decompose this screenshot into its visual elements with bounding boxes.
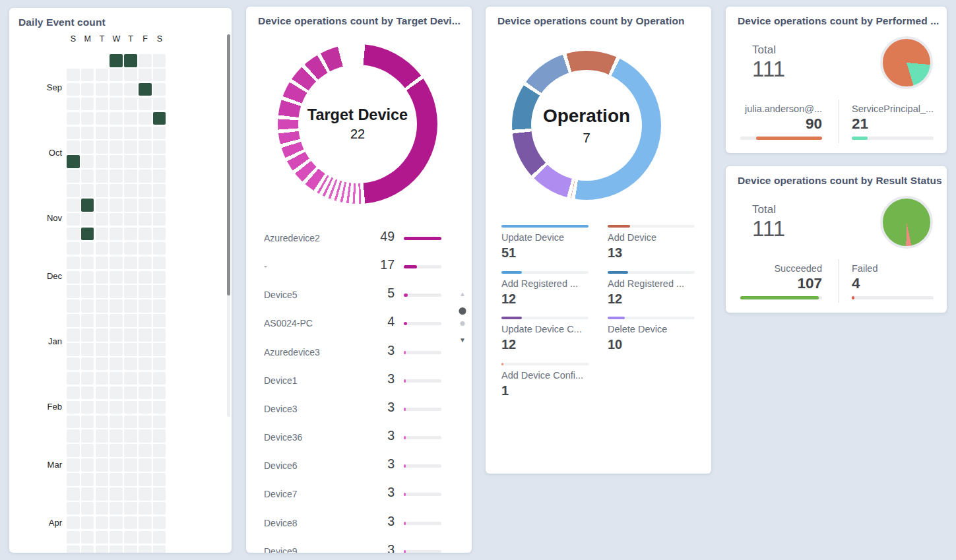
heatmap-cell[interactable] (67, 458, 80, 472)
legend-item[interactable]: Add Registered ...12 (608, 271, 695, 307)
heatmap-cell[interactable] (81, 98, 94, 111)
heatmap-cell[interactable] (81, 473, 94, 486)
heatmap-cell[interactable] (153, 271, 166, 284)
heatmap-cell[interactable] (67, 170, 80, 183)
heatmap-cell[interactable] (67, 184, 80, 197)
heatmap-cell[interactable] (81, 155, 94, 168)
heatmap-cell-filled[interactable] (81, 199, 94, 212)
heatmap-cell[interactable] (81, 487, 94, 501)
heatmap-cell-filled[interactable] (153, 112, 166, 125)
heatmap-cell[interactable] (139, 299, 152, 313)
heatmap-cell[interactable] (139, 487, 152, 501)
donut-chart-operation[interactable]: Operation 7 (512, 51, 661, 200)
heatmap-cell[interactable] (110, 199, 123, 212)
heatmap-cell[interactable] (139, 257, 152, 270)
heatmap-cell[interactable] (67, 242, 80, 255)
heatmap-cell[interactable] (124, 516, 137, 530)
pie-chart-result-status[interactable] (880, 196, 933, 249)
heatmap-cell[interactable] (110, 473, 123, 486)
scrollbar-thumb[interactable] (227, 34, 230, 296)
heatmap-cell[interactable] (81, 502, 94, 515)
heatmap-cell[interactable] (110, 83, 123, 96)
heatmap-cell[interactable] (153, 516, 166, 530)
heatmap-cell[interactable] (67, 416, 80, 429)
heatmap-cell[interactable] (153, 299, 166, 313)
heatmap-cell[interactable] (67, 257, 80, 270)
heatmap-cell[interactable] (139, 170, 152, 183)
heatmap-cell[interactable] (153, 401, 166, 414)
heatmap-cell[interactable] (96, 545, 109, 553)
heatmap-cell[interactable] (139, 473, 152, 486)
heatmap-cell[interactable] (110, 228, 123, 241)
heatmap-cell[interactable] (96, 328, 109, 342)
heatmap-cell[interactable] (67, 487, 80, 501)
heatmap-cell[interactable] (96, 83, 109, 96)
heatmap-cell[interactable] (110, 358, 123, 371)
heatmap-cell[interactable] (67, 444, 80, 457)
heatmap-cell[interactable] (139, 242, 152, 255)
heatmap-cell[interactable] (153, 372, 166, 385)
heatmap-cell[interactable] (81, 328, 94, 342)
device-row[interactable]: Device93 (246, 538, 472, 553)
heatmap-cell[interactable] (110, 155, 123, 168)
heatmap-cell[interactable] (67, 372, 80, 385)
heatmap-cell[interactable] (139, 416, 152, 429)
heatmap-cell[interactable] (67, 328, 80, 342)
heatmap-cell[interactable] (124, 314, 137, 327)
heatmap-cell[interactable] (124, 213, 137, 226)
heatmap-cell[interactable] (124, 473, 137, 486)
heatmap-cell[interactable] (67, 473, 80, 486)
heatmap-cell[interactable] (110, 299, 123, 313)
heatmap-cell[interactable] (139, 285, 152, 298)
heatmap-cell-filled[interactable] (124, 54, 137, 67)
heatmap-cell[interactable] (81, 416, 94, 429)
heatmap-cell[interactable] (96, 271, 109, 284)
device-row[interactable]: Device363 (246, 423, 472, 452)
heatmap-cell[interactable] (96, 401, 109, 414)
heatmap-cell[interactable] (124, 299, 137, 313)
heatmap-cell[interactable] (96, 444, 109, 457)
heatmap-cell[interactable] (124, 502, 137, 515)
heatmap-cell[interactable] (110, 98, 123, 111)
heatmap-cell[interactable] (110, 242, 123, 255)
heatmap-cell[interactable] (81, 401, 94, 414)
heatmap-cell[interactable] (153, 257, 166, 270)
heatmap-cell[interactable] (67, 199, 80, 212)
device-row[interactable]: Azuredevice249 (246, 224, 472, 253)
heatmap-cell[interactable] (110, 112, 123, 125)
heatmap-cell[interactable] (67, 140, 80, 154)
heatmap-cell[interactable] (96, 358, 109, 371)
heatmap-cell[interactable] (67, 516, 80, 530)
heatmap-cell[interactable] (67, 69, 80, 82)
legend-item[interactable]: Update Device51 (501, 225, 589, 261)
heatmap-cell[interactable] (67, 299, 80, 313)
heatmap-cell[interactable] (96, 228, 109, 241)
heatmap-cell[interactable] (139, 545, 152, 553)
heatmap-cell[interactable] (153, 343, 166, 356)
donut-chart-target-device[interactable]: Target Device 22 (278, 44, 437, 204)
heatmap-cell[interactable] (110, 416, 123, 429)
heatmap-cell[interactable] (153, 184, 166, 197)
heatmap-cell[interactable] (139, 516, 152, 530)
heatmap-cell[interactable] (139, 213, 152, 226)
heatmap-cell[interactable] (153, 429, 166, 443)
heatmap-cell[interactable] (67, 112, 80, 125)
heatmap-cell[interactable] (96, 112, 109, 125)
heatmap-cell[interactable] (96, 387, 109, 400)
heatmap-cell[interactable] (81, 314, 94, 327)
heatmap-cell[interactable] (153, 285, 166, 298)
heatmap-cell-filled[interactable] (81, 228, 94, 241)
heatmap-cell[interactable] (81, 429, 94, 443)
heatmap-cell[interactable] (124, 69, 137, 82)
heatmap-cell[interactable] (96, 314, 109, 327)
legend-item[interactable]: Delete Device10 (608, 317, 695, 352)
heatmap-cell[interactable] (96, 473, 109, 486)
heatmap-cell[interactable] (81, 213, 94, 226)
heatmap-cell[interactable] (110, 487, 123, 501)
heatmap-cell[interactable] (110, 257, 123, 270)
heatmap-cell[interactable] (153, 242, 166, 255)
heatmap-cell[interactable] (124, 98, 137, 111)
heatmap-cell[interactable] (139, 155, 152, 168)
heatmap-cell[interactable] (139, 343, 152, 356)
heatmap-cell[interactable] (110, 314, 123, 327)
